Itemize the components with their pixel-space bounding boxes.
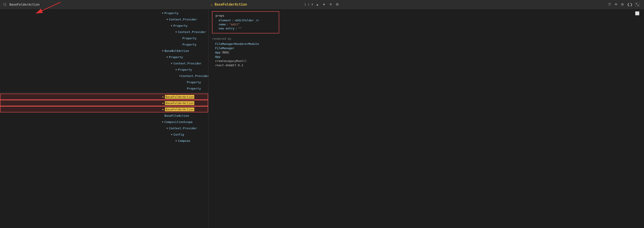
rendered-by-app-memo[interactable]: App Memo bbox=[212, 50, 640, 55]
tree-arrow: ▼ bbox=[161, 50, 164, 52]
search-icon[interactable] bbox=[2, 2, 8, 7]
tree-node-label: Property bbox=[182, 37, 196, 40]
prop-key-element: element bbox=[219, 19, 231, 22]
tree-arrow: ▶ bbox=[162, 102, 164, 104]
tree-arrow: ▼ bbox=[166, 18, 168, 21]
toolbar: BaseFolderAction 1 | 4 ▲ ▼ ✕ ⚙ ⚠ BaseFol… bbox=[0, 0, 644, 9]
props-section: props element : <EditFolder /> name : "e… bbox=[212, 11, 279, 34]
tree-row[interactable]: Property bbox=[0, 35, 208, 41]
tree-node-label: Property bbox=[182, 43, 196, 46]
tree-row[interactable]: ▼ BaseBulkAction bbox=[0, 48, 208, 54]
rendered-by-create-legacy-root: createLegacyRoot() bbox=[212, 59, 640, 63]
prop-value-new-entry: "" bbox=[238, 27, 242, 30]
prev-result-button[interactable]: ▲ bbox=[315, 2, 320, 7]
result-count: 1 | 4 bbox=[304, 3, 313, 6]
tree-node-label: Context.Provider bbox=[181, 74, 208, 78]
tree-arrow: ▼ bbox=[166, 127, 168, 129]
tree-node-label: Property bbox=[187, 81, 201, 84]
tree-node-label: Context.Provider bbox=[169, 127, 197, 130]
prop-value-element: <EditFolder /> bbox=[234, 19, 259, 22]
tree-row[interactable]: Property bbox=[0, 79, 208, 85]
main-content: ▼ Property ▼ Context.Provider ▼ Property… bbox=[0, 9, 644, 228]
tree-row[interactable]: ▼ Property bbox=[0, 23, 208, 29]
toolbar-right-icons: ⏱ 👁 ⚙ ❮❯ bbox=[607, 2, 640, 7]
rendered-by-label: App bbox=[215, 55, 220, 58]
prop-element: element : <EditFolder /> bbox=[216, 19, 276, 22]
tree-arrow: ▼ bbox=[175, 68, 178, 71]
expand-panel-button[interactable] bbox=[635, 2, 640, 7]
tree-row-base-folder-action-1[interactable]: ▶ BaseFolderAction bbox=[0, 94, 208, 100]
tree-row[interactable]: Property bbox=[0, 41, 208, 48]
rendered-by-file-manager[interactable]: FileManager bbox=[212, 46, 640, 50]
search-query: BaseFolderAction bbox=[10, 3, 40, 6]
tree-row[interactable]: ▼ Property bbox=[0, 54, 208, 60]
tree-row[interactable]: ▼ Context.Provider bbox=[0, 60, 208, 66]
rendered-by-label: FileManagerRendererModule bbox=[215, 42, 259, 46]
tree-arrow: ▼ bbox=[161, 12, 164, 14]
component-tree: ▼ Property ▼ Context.Provider ▼ Property… bbox=[0, 9, 208, 228]
prop-colon-3: : bbox=[235, 27, 237, 30]
close-search-button[interactable]: ✕ bbox=[328, 2, 333, 7]
tree-arrow: ▼ bbox=[161, 121, 164, 123]
tree-node-label: Context.Provider bbox=[174, 62, 202, 65]
prop-key-new-entry: new entry bbox=[219, 27, 234, 30]
svg-rect-3 bbox=[636, 3, 637, 4]
tree-row[interactable]: ▼ Context.Provider bbox=[0, 73, 208, 79]
tree-arrow: ▼ bbox=[170, 62, 173, 65]
rendered-by-label: createLegacyRoot() bbox=[215, 59, 247, 63]
tree-row[interactable]: ▼ Context.Provider bbox=[0, 125, 208, 131]
prop-colon-2: : bbox=[226, 23, 228, 26]
rendered-by-label: FileManager bbox=[215, 47, 234, 50]
tree-arrow: ▼ bbox=[179, 75, 180, 77]
tree-row[interactable]: ▼ Property bbox=[0, 66, 208, 73]
tree-node-label: Context.Provider bbox=[178, 30, 206, 34]
prop-new-entry: new entry : "" bbox=[216, 27, 276, 30]
collapse-icon-button[interactable]: ❮❯ bbox=[626, 2, 634, 7]
tree-arrow: ▼ bbox=[170, 25, 173, 27]
tree-node-label: Config bbox=[174, 133, 184, 136]
props-title: props bbox=[216, 14, 276, 17]
tree-node-label: BaseFolderAction bbox=[165, 107, 194, 111]
tree-row[interactable]: ▼ Config bbox=[0, 131, 208, 138]
tree-arrow: ▼ bbox=[175, 140, 178, 142]
tree-arrow: ▼ bbox=[175, 31, 178, 33]
tree-row[interactable]: ▼ Context.Provider bbox=[0, 29, 208, 35]
tree-node-label: Property bbox=[174, 24, 188, 27]
tree-row-base-folder-action-3[interactable]: ▶ BaseFolderAction bbox=[0, 106, 208, 112]
selected-component-header: ⚠ BaseFolderAction bbox=[211, 0, 247, 9]
rendered-by-file-manager-renderer-module[interactable]: FileManagerRendererModule bbox=[212, 42, 640, 46]
tree-row[interactable]: Property bbox=[0, 85, 208, 92]
tree-node-label: Property bbox=[178, 68, 192, 71]
search-settings-button[interactable]: ⚙ bbox=[335, 2, 340, 7]
tree-node-label: Property bbox=[187, 87, 201, 90]
tree-row[interactable]: ▼ Property bbox=[0, 10, 208, 16]
next-result-button[interactable]: ▼ bbox=[322, 2, 326, 7]
tree-node-label: BaseBulkAction bbox=[164, 49, 189, 53]
rendered-by-label: react-dom@17.0.2 bbox=[215, 64, 243, 67]
tree-divider bbox=[0, 92, 208, 93]
tree-node-label: BaseFolderAction bbox=[165, 95, 194, 99]
tree-row[interactable]: ▼ Compose bbox=[0, 138, 208, 144]
timer-icon-button[interactable]: ⏱ bbox=[607, 2, 612, 7]
tree-row[interactable]: ▼ Context.Provider bbox=[0, 16, 208, 23]
tree-row-base-folder-action-2[interactable]: ▶ BaseFolderAction bbox=[0, 100, 208, 106]
tree-node-label: Compose bbox=[178, 139, 190, 142]
eye-icon-button[interactable]: 👁 bbox=[614, 2, 619, 7]
svg-line-1 bbox=[6, 5, 6, 6]
prop-name: name : "edit" bbox=[216, 23, 276, 26]
svg-rect-4 bbox=[638, 5, 638, 6]
tree-row[interactable]: BaseFileAction bbox=[0, 112, 208, 119]
selected-component-name: BaseFolderAction bbox=[215, 3, 247, 7]
tree-arrow: ▶ bbox=[162, 108, 164, 111]
expand-panel-icon[interactable]: ⬜ bbox=[635, 11, 640, 16]
tree-row[interactable]: ▼ CompositionScope bbox=[0, 119, 208, 125]
rendered-by-label: App bbox=[215, 51, 220, 54]
tree-node-label: Property bbox=[169, 55, 183, 59]
settings-icon-button[interactable]: ⚙ bbox=[620, 2, 625, 7]
rendered-by-app[interactable]: App bbox=[212, 55, 640, 59]
prop-value-name: "edit" bbox=[229, 23, 240, 26]
rendered-by-section: rendered by FileManagerRendererModule Fi… bbox=[212, 37, 640, 67]
rendered-by-title: rendered by bbox=[212, 37, 640, 40]
rendered-by-react-dom: react-dom@17.0.2 bbox=[212, 63, 640, 67]
prop-key-name: name bbox=[219, 23, 226, 26]
